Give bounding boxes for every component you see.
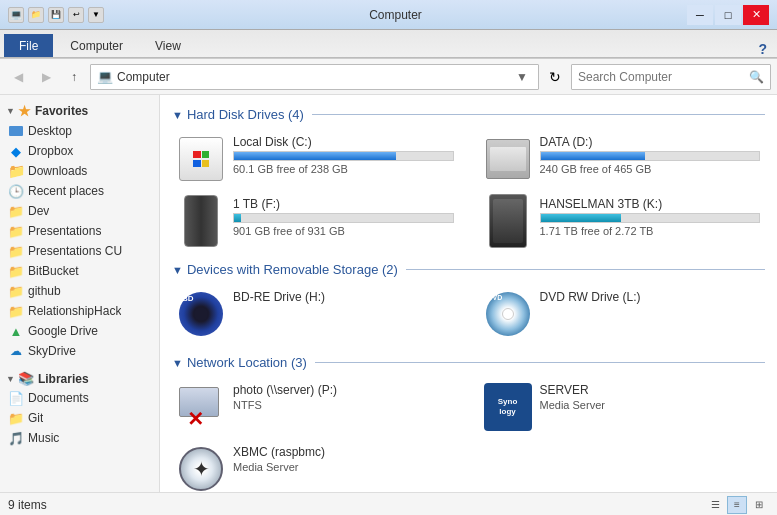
sidebar-item-music[interactable]: 🎵 Music [0,428,159,448]
drive-server-name: SERVER [540,383,761,397]
drive-item-k[interactable]: HANSELMAN 3TB (K:) 1.71 TB free of 2.72 … [479,192,766,250]
sidebar-label-desktop: Desktop [28,124,72,138]
sidebar-item-dev[interactable]: 📁 Dev [0,201,159,221]
minimize-button[interactable]: ─ [687,5,713,25]
quick-access-icon3[interactable]: ↩ [68,7,84,23]
ribbon-help-icon[interactable]: ? [758,41,767,57]
sidebar-item-recent[interactable]: 🕒 Recent places [0,181,159,201]
drive-item-server[interactable]: Synology SERVER Media Server [479,378,766,436]
up-button[interactable]: ↑ [62,65,86,89]
forward-button[interactable]: ▶ [34,65,58,89]
sidebar-item-presentations-cu[interactable]: 📁 Presentations CU [0,241,159,261]
drive-dvd-icon-wrap: DVD [484,290,532,338]
sidebar-item-relationship[interactable]: 📁 RelationshipHack [0,301,159,321]
address-dropdown-arrow[interactable]: ▼ [512,70,532,84]
drive-c-bar [234,152,396,160]
quick-access-icon2[interactable]: 💾 [48,7,64,23]
sidebar-item-github[interactable]: 📁 github [0,281,159,301]
presentations-icon: 📁 [8,223,24,239]
drive-k-bar [541,214,622,222]
search-input[interactable] [578,70,749,84]
hard-disk-section-header: ▼ Hard Disk Drives (4) [172,107,765,122]
drive-xbmc-info: XBMC (raspbmc) Media Server [233,445,454,473]
hdd-section-title: Hard Disk Drives (4) [187,107,304,122]
view-detail-button[interactable]: ≡ [727,496,747,514]
sidebar-item-googledrive[interactable]: ▲ Google Drive [0,321,159,341]
tab-computer[interactable]: Computer [55,34,138,57]
sidebar-item-presentations[interactable]: 📁 Presentations [0,221,159,241]
sidebar-item-desktop[interactable]: Desktop [0,121,159,141]
window-controls: ─ □ ✕ [687,5,769,25]
sidebar-item-downloads[interactable]: 📁 Downloads [0,161,159,181]
bitbucket-icon: 📁 [8,263,24,279]
sidebar-label-presentations: Presentations [28,224,101,238]
back-button[interactable]: ◀ [6,65,30,89]
recent-icon: 🕒 [8,183,24,199]
drive-item-c[interactable]: Local Disk (C:) 60.1 GB free of 238 GB [172,130,459,188]
sidebar-item-documents[interactable]: 📄 Documents [0,388,159,408]
libraries-label: Libraries [38,372,89,386]
git-icon: 📁 [8,410,24,426]
network-section-header: ▼ Network Location (3) [172,355,765,370]
drive-d-info: DATA (D:) 240 GB free of 465 GB [540,135,761,175]
xbmc-icon: ✦ [179,447,223,491]
content-area: ▼ Hard Disk Drives (4) [160,95,777,492]
sidebar-label-dropbox: Dropbox [28,144,73,158]
dvd-icon: DVD [486,292,530,336]
libraries-section-header[interactable]: ▼ 📚 Libraries [0,367,159,388]
sidebar-item-dropbox[interactable]: ◆ Dropbox [0,141,159,161]
tab-file[interactable]: File [4,34,53,57]
drive-c-name: Local Disk (C:) [233,135,454,149]
sidebar-label-github: github [28,284,61,298]
drive-d-name: DATA (D:) [540,135,761,149]
drive-f-info: 1 TB (F:) 901 GB free of 931 GB [233,197,454,237]
drive-k-info: HANSELMAN 3TB (K:) 1.71 TB free of 2.72 … [540,197,761,237]
presentations-cu-icon: 📁 [8,243,24,259]
ribbon-tab-bar: File Computer View ? [0,30,777,58]
drive-item-f[interactable]: 1 TB (F:) 901 GB free of 931 GB [172,192,459,250]
drive-photo-icon-wrap: ✕ [177,383,225,431]
drive-f-icon [184,195,218,247]
bd-icon: BD [179,292,223,336]
sidebar-label-downloads: Downloads [28,164,87,178]
favorites-label: Favorites [35,104,88,118]
relationship-icon: 📁 [8,303,24,319]
search-box: 🔍 [571,64,771,90]
tab-view[interactable]: View [140,34,196,57]
refresh-button[interactable]: ↻ [543,65,567,89]
drive-bd-info: BD-RE Drive (H:) [233,290,454,306]
drive-server-sub: Media Server [540,399,761,411]
sidebar: ▼ ★ Favorites Desktop ◆ Dropbox 📁 Downlo… [0,95,160,492]
maximize-button[interactable]: □ [715,5,741,25]
sidebar-item-skydrive[interactable]: ☁ SkyDrive [0,341,159,361]
hdd-grid: Local Disk (C:) 60.1 GB free of 238 GB D… [172,130,765,250]
sidebar-item-git[interactable]: 📁 Git [0,408,159,428]
close-button[interactable]: ✕ [743,5,769,25]
quick-access-icon[interactable]: 📁 [28,7,44,23]
drive-f-bar [234,214,241,222]
drive-item-xbmc[interactable]: ✦ XBMC (raspbmc) Media Server [172,440,459,492]
github-icon: 📁 [8,283,24,299]
view-tile-button[interactable]: ⊞ [749,496,769,514]
drive-f-icon-wrap [177,197,225,245]
drive-item-d[interactable]: DATA (D:) 240 GB free of 465 GB [479,130,766,188]
quick-access-dropdown[interactable]: ▼ [88,7,104,23]
title-bar: 💻 📁 💾 ↩ ▼ Computer ─ □ ✕ [0,0,777,30]
drive-item-dvd[interactable]: DVD DVD RW Drive (L:) [479,285,766,343]
drive-c-icon [179,137,223,181]
dropbox-icon: ◆ [8,143,24,159]
drive-item-photo[interactable]: ✕ photo (\\server) (P:) NTFS [172,378,459,436]
removable-grid: BD BD-RE Drive (H:) DVD [172,285,765,343]
drive-xbmc-icon-wrap: ✦ [177,445,225,492]
favorites-section-header[interactable]: ▼ ★ Favorites [0,99,159,121]
drive-f-bar-container [233,213,454,223]
view-list-button[interactable]: ☰ [705,496,725,514]
drive-dvd-info: DVD RW Drive (L:) [540,290,761,306]
drive-c-bar-container [233,151,454,161]
sidebar-label-presentations-cu: Presentations CU [28,244,122,258]
address-box[interactable]: 💻 Computer ▼ [90,64,539,90]
drive-item-bd[interactable]: BD BD-RE Drive (H:) [172,285,459,343]
hdd-section-arrow: ▼ [172,109,183,121]
sidebar-item-bitbucket[interactable]: 📁 BitBucket [0,261,159,281]
synology-icon: Synology [484,383,532,431]
